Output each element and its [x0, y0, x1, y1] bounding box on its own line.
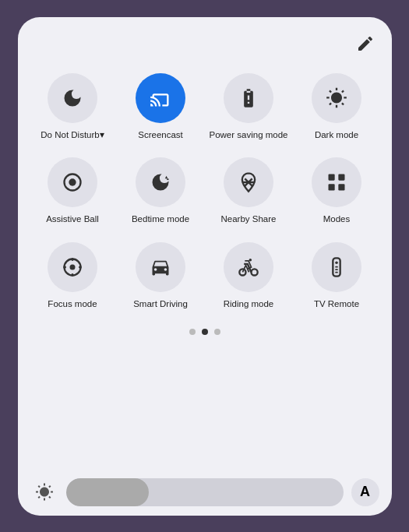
focus-mode-label: Focus mode [48, 298, 97, 310]
sun-icon [326, 87, 347, 109]
brightness-slider[interactable] [66, 478, 344, 506]
tile-bedtime-mode[interactable]: Bedtime mode [118, 150, 203, 231]
tile-dark-mode[interactable]: Dark mode [294, 65, 379, 147]
svg-point-17 [249, 259, 252, 262]
screencast-icon [150, 87, 171, 109]
svg-rect-8 [338, 185, 344, 191]
smart-driving-icon-wrap [136, 242, 185, 292]
riding-mode-icon-wrap [224, 242, 273, 292]
svg-rect-20 [335, 266, 338, 268]
tiles-grid: Do Not Disturb▾ Screencast Power saving … [30, 65, 379, 317]
tile-smart-driving[interactable]: Smart Driving [118, 234, 203, 316]
svg-point-15 [239, 270, 245, 276]
svg-rect-21 [335, 270, 338, 271]
screencast-icon-wrap [136, 73, 185, 123]
bedtime-mode-label: Bedtime mode [132, 213, 189, 225]
svg-point-10 [70, 265, 76, 270]
screencast-label: Screencast [138, 129, 183, 141]
top-bar [30, 30, 379, 58]
svg-rect-7 [329, 185, 335, 191]
do-not-disturb-label: Do Not Disturb▾ [41, 129, 104, 141]
brightness-fill [66, 478, 150, 506]
dot-2[interactable] [202, 329, 208, 335]
tile-power-saving[interactable]: Power saving mode [206, 65, 291, 147]
bottom-bar: A [30, 478, 379, 506]
riding-mode-label: Riding mode [224, 298, 274, 310]
remote-icon [326, 256, 347, 278]
modes-icon [326, 171, 347, 193]
bike-icon [238, 256, 259, 278]
font-size-button[interactable]: A [351, 478, 379, 506]
focus-mode-icon-wrap [48, 242, 97, 292]
assistive-icon [62, 171, 83, 193]
svg-point-19 [335, 262, 338, 265]
page-dots [30, 329, 379, 335]
smart-driving-label: Smart Driving [133, 298, 188, 310]
edit-button[interactable] [351, 30, 379, 58]
tv-remote-label: TV Remote [314, 298, 359, 310]
tile-tv-remote[interactable]: TV Remote [294, 234, 379, 316]
nearby-icon [238, 171, 259, 193]
assistive-ball-icon-wrap [48, 157, 97, 207]
dot-1[interactable] [189, 329, 196, 335]
tile-do-not-disturb[interactable]: Do Not Disturb▾ [30, 65, 115, 147]
power-saving-label: Power saving mode [210, 129, 288, 141]
tv-remote-icon-wrap [312, 242, 361, 292]
battery-icon [238, 87, 259, 109]
brightness-icon[interactable] [30, 478, 58, 506]
tile-focus-mode[interactable]: Focus mode [30, 234, 115, 316]
quick-settings-panel: Do Not Disturb▾ Screencast Power saving … [18, 17, 392, 516]
svg-rect-5 [329, 174, 335, 181]
nearby-share-icon-wrap [224, 157, 273, 207]
tile-screencast[interactable]: Screencast [118, 65, 203, 147]
assistive-ball-label: Assistive Ball [46, 213, 99, 225]
svg-point-16 [252, 270, 258, 276]
nearby-share-label: Nearby Share [221, 213, 277, 225]
tile-modes[interactable]: Modes [294, 150, 379, 231]
dark-mode-label: Dark mode [315, 129, 358, 141]
car-icon [150, 256, 171, 278]
do-not-disturb-icon-wrap [48, 73, 97, 123]
svg-point-1 [69, 179, 76, 186]
dot-3[interactable] [214, 329, 220, 335]
modes-label: Modes [323, 213, 351, 225]
svg-rect-6 [338, 174, 344, 181]
moon-icon [62, 87, 83, 109]
focus-icon [62, 256, 83, 278]
power-saving-icon-wrap [224, 73, 273, 123]
tile-nearby-share[interactable]: Nearby Share [206, 150, 291, 231]
tile-riding-mode[interactable]: Riding mode [206, 234, 291, 316]
svg-rect-22 [335, 272, 338, 273]
modes-icon-wrap [312, 157, 361, 207]
bedtime-icon [150, 171, 171, 193]
dark-mode-icon-wrap [312, 73, 361, 123]
bedtime-mode-icon-wrap [136, 157, 185, 207]
tile-assistive-ball[interactable]: Assistive Ball [30, 150, 115, 231]
